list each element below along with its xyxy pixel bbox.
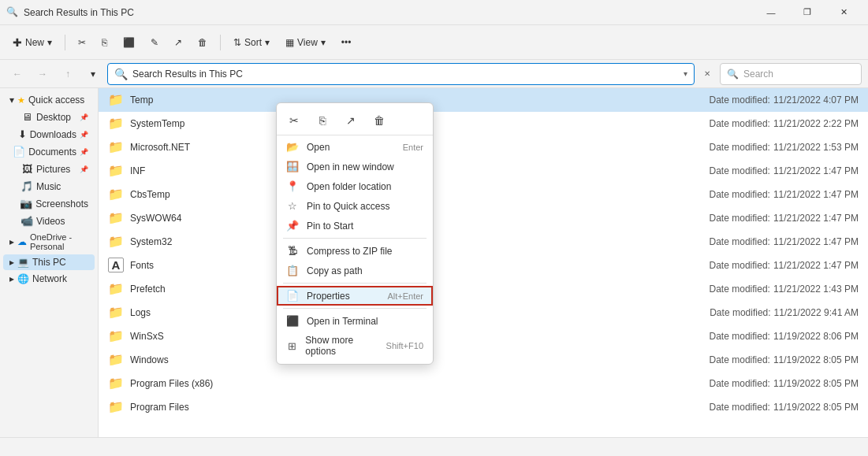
ctx-item-pin-start[interactable]: 📌Pin to Start [277,216,433,235]
sidebar-item-downloads[interactable]: ⬇ Downloads 📌 [3,126,95,143]
file-date-value: 11/21/2022 1:43 PM [773,284,859,295]
ctx-cut-button[interactable]: ✂ [283,109,305,132]
sidebar-network[interactable]: ▸ 🌐 Network [3,271,95,287]
ctx-item-copy-path[interactable]: 📋Copy as path [277,261,433,280]
table-row[interactable]: 📁Microsoft.NETDate modified:11/21/2022 1… [99,135,868,159]
ctx-item-show-more[interactable]: ⊞Show more optionsShift+F10 [277,331,433,361]
sort-icon: ⇅ [233,37,241,48]
context-menu-toolbar: ✂ ⎘ ↗ 🗑 [277,106,433,135]
up-button[interactable]: ↑ [57,63,79,85]
table-row[interactable]: 📁System32Date modified:11/21/2022 1:47 P… [99,230,868,254]
sidebar: ▾ ★ Quick access 🖥 Desktop 📌 ⬇ Downloads… [0,88,99,437]
downloads-icon: ⬇ [18,128,27,140]
ctx-item-properties[interactable]: 📄PropertiesAlt+Enter [277,286,433,306]
search-box[interactable]: 🔍 Search [720,63,862,85]
delete-button[interactable]: 🗑 [192,30,214,55]
view-icon: ▦ [285,37,294,48]
ctx-item-open-terminal[interactable]: ⬛Open in Terminal [277,311,433,331]
folder-icon: 📁 [108,281,124,296]
back-icon: ← [13,69,22,80]
table-row[interactable]: 📁Program FilesDate modified:11/19/2022 8… [99,395,868,419]
downloads-pin-icon: 📌 [80,131,88,139]
view-button[interactable]: ▦ View ▾ [279,30,332,55]
copy-button[interactable]: ⎘ [95,30,114,55]
status-bar [0,437,868,456]
view-chevron: ▾ [321,37,326,48]
table-row[interactable]: 📁WinSxSDate modified:11/19/2022 8:06 PM [99,324,868,348]
sort-button[interactable]: ⇅ Sort ▾ [227,30,276,55]
forward-button[interactable]: → [32,63,54,85]
ctx-share-button[interactable]: ↗ [340,109,362,132]
ctx-item-open-folder[interactable]: 📍Open folder location [277,176,433,196]
table-row[interactable]: 📁TempDate modified:11/21/2022 4:07 PM [99,88,868,112]
file-list: 📁TempDate modified:11/21/2022 4:07 PM📁Sy… [99,88,868,437]
file-date-cell: Date modified:11/21/2022 1:47 PM [710,260,859,271]
sidebar-item-music[interactable]: 🎵 Music [3,178,95,195]
folder-icon: 📁 [108,234,124,249]
sidebar-item-screenshots[interactable]: 📷 Screenshots [3,195,95,212]
rename-button[interactable]: ✎ [144,30,165,55]
table-row[interactable]: AFontsDate modified:11/21/2022 1:47 PM [99,254,868,277]
paste-button[interactable]: ⬛ [117,30,141,55]
sidebar-item-documents[interactable]: 📄 Documents 📌 [3,143,95,160]
table-row[interactable]: 📁SystemTempDate modified:11/21/2022 2:22… [99,112,868,135]
file-date-value: 11/19/2022 8:05 PM [773,378,859,389]
back-button[interactable]: ← [6,63,28,85]
pictures-label: Pictures [36,164,70,175]
sort-chevron: ▾ [265,37,270,48]
folder-icon: 📁 [108,116,124,131]
file-date-cell: Date modified:11/21/2022 1:43 PM [710,284,859,295]
context-menu: ✂ ⎘ ↗ 🗑 📂OpenEnter🪟Open in new window📍Op… [276,102,434,365]
sidebar-item-pictures[interactable]: 🖼 Pictures 📌 [3,161,95,177]
ctx-item-open-new-window[interactable]: 🪟Open in new window [277,157,433,176]
close-button[interactable]: ✕ [825,0,862,25]
ctx-copy-button[interactable]: ⎘ [311,109,333,132]
desktop-icon: 🖥 [20,111,33,123]
ctx-item-icon: 🪟 [286,161,299,172]
file-date-value: 11/21/2022 1:47 PM [773,260,859,271]
file-date-value: 11/21/2022 4:07 PM [773,95,859,106]
title-bar: 🔍 Search Results in This PC — ❐ ✕ [0,0,868,25]
pictures-pin-icon: 📌 [80,165,88,173]
table-row[interactable]: 📁PrefetchDate modified:11/21/2022 1:43 P… [99,277,868,301]
file-date-cell: Date modified:11/21/2022 1:47 PM [710,213,859,224]
recent-button[interactable]: ▾ [82,63,104,85]
videos-label: Videos [36,216,65,227]
ctx-separator [283,308,427,309]
file-date-cell: Date modified:11/21/2022 1:47 PM [710,165,859,176]
address-input[interactable]: 🔍 Search Results in This PC ▾ [107,63,695,85]
maximize-button[interactable]: ❐ [789,0,825,25]
table-row[interactable]: 📁INFDate modified:11/21/2022 1:47 PM [99,159,868,183]
cut-button[interactable]: ✂ [72,30,92,55]
file-date-cell: Date modified:11/19/2022 8:05 PM [710,402,859,413]
minimize-button[interactable]: — [753,0,789,25]
sidebar-quick-access[interactable]: ▾ ★ Quick access [3,92,95,108]
table-row[interactable]: 📁SysWOW64Date modified:11/21/2022 1:47 P… [99,206,868,230]
address-bar: ← → ↑ ▾ 🔍 Search Results in This PC ▾ ✕ … [0,60,868,88]
address-clear-button[interactable]: ✕ [698,65,717,83]
ctx-item-open[interactable]: 📂OpenEnter [277,137,433,157]
address-dropdown-icon: ▾ [684,69,687,78]
sidebar-onedrive[interactable]: ▸ ☁ OneDrive - Personal [3,230,95,254]
ctx-item-icon: 📌 [286,220,299,232]
sidebar-this-pc[interactable]: ▸ 💻 This PC [3,254,95,270]
date-modified-label: Date modified: [710,142,770,153]
more-button[interactable]: ••• [335,30,358,55]
table-row[interactable]: 📁CbsTempDate modified:11/21/2022 1:47 PM [99,183,868,206]
ctx-separator [283,283,427,284]
sidebar-item-videos[interactable]: 📹 Videos [3,213,95,229]
sidebar-item-desktop[interactable]: 🖥 Desktop 📌 [3,109,95,125]
table-row[interactable]: 📁WindowsDate modified:11/19/2022 8:05 PM [99,348,868,372]
onedrive-icon: ☁ [17,236,27,247]
share-button[interactable]: ↗ [168,30,188,55]
ctx-item-pin-quick[interactable]: ☆Pin to Quick access [277,196,433,216]
new-button[interactable]: ✚ New ▾ [6,30,58,55]
folder-icon: 📁 [108,210,124,225]
table-row[interactable]: 📁Program Files (x86)Date modified:11/19/… [99,372,868,395]
ctx-delete-button[interactable]: 🗑 [368,109,390,132]
title-bar-text: Search Results in This PC [24,7,753,18]
ctx-item-compress[interactable]: 🗜Compress to ZIP file [277,241,433,261]
table-row[interactable]: 📁LogsDate modified:11/21/2022 9:41 AM [99,301,868,324]
folder-icon: 📁 [108,328,124,343]
file-date-cell: Date modified:11/21/2022 9:41 AM [710,307,859,318]
